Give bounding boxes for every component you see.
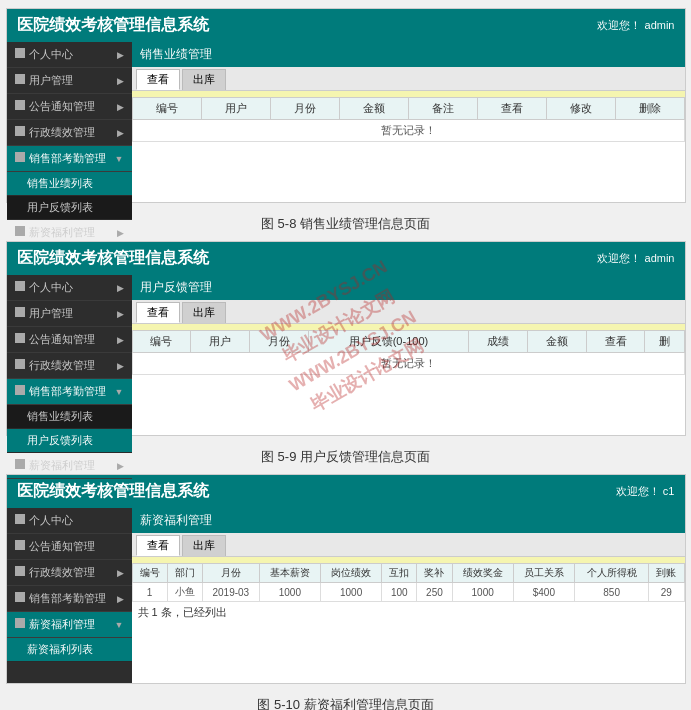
col-header: 互扣 <box>382 564 417 583</box>
sidebar-item-admin-perf-2[interactable]: 行政绩效管理 ▶ <box>7 353 132 379</box>
content-header-1: 销售业绩管理 <box>132 42 685 67</box>
sidebar-sub-label: 用户反馈列表 <box>27 201 93 213</box>
sidebar-sub-feedback-2[interactable]: 用户反馈列表 <box>7 429 132 453</box>
sidebar-item-notice-3[interactable]: 公告通知管理 <box>7 534 132 560</box>
cell-base: 1000 <box>259 583 320 602</box>
col-header: 编号 <box>132 331 191 353</box>
arrow-icon-4: ▶ <box>117 128 124 138</box>
tab-bar-3: 查看 出库 <box>132 533 685 557</box>
sales-icon-2 <box>15 385 25 395</box>
col-header: 查看 <box>477 98 546 120</box>
sidebar-item-personal-2[interactable]: 个人中心 ▶ <box>7 275 132 301</box>
col-header: 岗位绩效 <box>320 564 381 583</box>
sidebar-item-admin-perf-3[interactable]: 行政绩效管理 ▶ <box>7 560 132 586</box>
tab-view-1[interactable]: 查看 <box>136 69 180 90</box>
content-area-2: 用户反馈管理 查看 出库 编号 用户 月份 用户反馈(0-100) 成绩 <box>132 275 685 435</box>
sidebar-item-salary-3[interactable]: 薪资福利管理 ▼ <box>7 612 132 638</box>
breadcrumb-1: 销售业绩管理 <box>140 46 212 63</box>
col-header: 用户 <box>201 98 270 120</box>
cell-bonus: 250 <box>417 583 452 602</box>
col-header: 个人所得税 <box>574 564 648 583</box>
sidebar-sub-sales-list-1[interactable]: 销售业绩列表 <box>7 172 132 196</box>
panel3: 医院绩效考核管理信息系统 欢迎您！ c1 个人中心 公告通知管理 行政绩效管理 … <box>6 474 686 684</box>
content-area-3: 薪资福利管理 查看 出库 编号 部门 月份 基本薪资 岗位绩效 <box>132 508 685 683</box>
app-title-3: 医院绩效考核管理信息系统 <box>17 481 209 502</box>
notice-icon-3 <box>15 540 25 550</box>
tab-bar-1: 查看 出库 <box>132 67 685 91</box>
cell-month: 2019-03 <box>202 583 259 602</box>
welcome-text-2: 欢迎您！ admin <box>597 251 674 266</box>
sidebar-sub-feedback-1[interactable]: 用户反馈列表 <box>7 196 132 220</box>
cell-deduct: 100 <box>382 583 417 602</box>
sidebar-item-sales-3[interactable]: 销售部考勤管理 ▶ <box>7 586 132 612</box>
count-label: 共 1 条，已经列出 <box>132 602 685 623</box>
table-row: 1 小鱼 2019-03 1000 1000 100 250 1000 $400… <box>132 583 684 602</box>
home-icon-2 <box>15 281 25 291</box>
content-header-3: 薪资福利管理 <box>132 508 685 533</box>
cell-emp: $400 <box>513 583 574 602</box>
table-1: 编号 用户 月份 金额 备注 查看 修改 删除 暂无记录！ <box>132 97 685 142</box>
user-icon-1 <box>15 74 25 84</box>
salary-icon-3 <box>15 618 25 628</box>
tab-out-2[interactable]: 出库 <box>182 302 226 323</box>
no-record-2: 暂无记录！ <box>132 353 684 375</box>
sidebar-label: 用户管理 <box>29 74 73 86</box>
sidebar-item-salary-2[interactable]: 薪资福利管理 ▶ <box>7 453 132 479</box>
col-header: 到账 <box>649 564 684 583</box>
cell-net: 29 <box>649 583 684 602</box>
col-header: 成绩 <box>469 331 528 353</box>
sidebar-sub-label: 薪资福利列表 <box>27 643 93 655</box>
admin-icon-1 <box>15 126 25 136</box>
col-header: 查看 <box>586 331 645 353</box>
sidebar-label: 公告通知管理 <box>29 333 95 345</box>
col-header: 月份 <box>202 564 259 583</box>
tab-out-1[interactable]: 出库 <box>182 69 226 90</box>
sidebar-label: 销售部考勤管理 <box>29 385 106 397</box>
app-body-1: 个人中心 ▶ 用户管理 ▶ 公告通知管理 ▶ 行政绩效管理 ▶ 销售部考勤管理 <box>7 42 685 202</box>
tab-view-2[interactable]: 查看 <box>136 302 180 323</box>
sales-icon-3 <box>15 592 25 602</box>
col-header: 奖补 <box>417 564 452 583</box>
sidebar-3: 个人中心 公告通知管理 行政绩效管理 ▶ 销售部考勤管理 ▶ 薪资福利管理 ▼ <box>7 508 132 683</box>
sidebar-item-sales-1[interactable]: 销售部考勤管理 ▼ <box>7 146 132 172</box>
tab-out-3[interactable]: 出库 <box>182 535 226 556</box>
sidebar-item-sales-2[interactable]: 销售部考勤管理 ▼ <box>7 379 132 405</box>
sidebar-sub-sales-2[interactable]: 销售业绩列表 <box>7 405 132 429</box>
tab-view-3[interactable]: 查看 <box>136 535 180 556</box>
arrow-icon-14: ▶ <box>117 594 124 604</box>
sidebar-item-admin-perf-1[interactable]: 行政绩效管理 ▶ <box>7 120 132 146</box>
welcome-text-1: 欢迎您！ admin <box>597 18 674 33</box>
sidebar-item-personal-3[interactable]: 个人中心 <box>7 508 132 534</box>
cell-perf: 1000 <box>452 583 513 602</box>
cell-id: 1 <box>132 583 167 602</box>
arrow-icon-8: ▶ <box>117 309 124 319</box>
col-header: 用户 <box>191 331 250 353</box>
home-icon-1 <box>15 48 25 58</box>
app-body-2: 个人中心 ▶ 用户管理 ▶ 公告通知管理 ▶ 行政绩效管理 ▶ 销售部考勤管理 <box>7 275 685 435</box>
col-header: 月份 <box>249 331 308 353</box>
sidebar-item-notice-2[interactable]: 公告通知管理 ▶ <box>7 327 132 353</box>
admin-icon-3 <box>15 566 25 576</box>
col-header: 月份 <box>270 98 339 120</box>
notice-icon-2 <box>15 333 25 343</box>
content-header-2: 用户反馈管理 <box>132 275 685 300</box>
sidebar-label: 薪资福利管理 <box>29 459 95 471</box>
sidebar-item-personal-1[interactable]: 个人中心 ▶ <box>7 42 132 68</box>
col-header: 备注 <box>408 98 477 120</box>
cell-post: 1000 <box>320 583 381 602</box>
arrow-icon-6: ▶ <box>117 228 124 238</box>
sidebar-item-notice-1[interactable]: 公告通知管理 ▶ <box>7 94 132 120</box>
sidebar-item-user-1[interactable]: 用户管理 ▶ <box>7 68 132 94</box>
sidebar-sub-salary-3[interactable]: 薪资福利列表 <box>7 638 132 662</box>
sidebar-item-user-2[interactable]: 用户管理 ▶ <box>7 301 132 327</box>
arrow-icon-1: ▶ <box>117 50 124 60</box>
sidebar-label: 用户管理 <box>29 307 73 319</box>
col-header: 删除 <box>615 98 684 120</box>
table-2: 编号 用户 月份 用户反馈(0-100) 成绩 金额 查看 删 暂无记录！ <box>132 330 685 375</box>
breadcrumb-3: 薪资福利管理 <box>140 512 212 529</box>
arrow-icon-7: ▶ <box>117 283 124 293</box>
sidebar-label: 行政绩效管理 <box>29 359 95 371</box>
app-header-1: 医院绩效考核管理信息系统 欢迎您！ admin <box>7 9 685 42</box>
sidebar-label: 销售部考勤管理 <box>29 592 106 604</box>
app-title-1: 医院绩效考核管理信息系统 <box>17 15 209 36</box>
